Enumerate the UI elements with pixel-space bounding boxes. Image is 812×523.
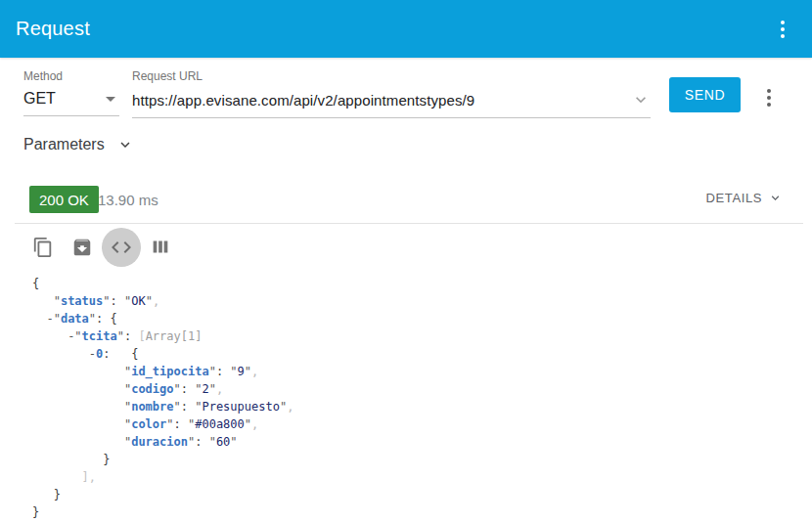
json-token: " — [54, 312, 61, 326]
method-select[interactable]: Method GET — [23, 69, 119, 116]
json-line: "status": "OK", — [32, 292, 804, 310]
json-token: } — [32, 505, 39, 519]
json-token: " — [89, 312, 96, 326]
json-token: { — [111, 312, 117, 326]
json-token — [32, 488, 54, 501]
json-token — [32, 400, 124, 414]
json-token: #00a800 — [195, 417, 245, 431]
response-json: { "status": "OK", -"data": { -"tcita": [… — [32, 275, 804, 523]
json-line: "color": "#00a800", — [32, 415, 804, 433]
page-title: Request — [16, 18, 90, 40]
details-chevron-down-icon — [768, 191, 783, 205]
json-token: { — [131, 347, 138, 361]
json-line: ], — [32, 468, 804, 486]
response-toolbar — [31, 228, 172, 267]
json-token: : — [181, 382, 195, 396]
json-token: } — [103, 453, 110, 466]
json-token: { — [32, 277, 39, 290]
json-line: "duracion": "60" — [32, 433, 804, 451]
section-divider — [15, 223, 803, 224]
json-token — [32, 453, 103, 466]
dropdown-arrow-icon — [106, 97, 115, 102]
json-token — [32, 365, 124, 378]
json-token: " — [245, 417, 251, 431]
json-line: -"tcita": [Array[1] — [32, 327, 804, 345]
json-token: data — [61, 312, 89, 326]
json-token — [32, 470, 82, 484]
json-token: " — [174, 382, 181, 396]
json-token — [32, 417, 124, 431]
collapse-toggle[interactable]: - — [89, 347, 96, 361]
url-chevron-down-icon[interactable] — [631, 90, 651, 109]
json-token: OK — [131, 294, 145, 308]
json-line: "id_tipocita": "9", — [32, 363, 804, 380]
json-token: 2 — [202, 382, 208, 396]
method-value: GET — [23, 90, 56, 108]
json-token: " — [166, 417, 173, 431]
header-bar: Request — [0, 0, 812, 58]
json-line: } — [32, 451, 804, 468]
column-view-icon[interactable] — [149, 236, 172, 259]
json-token: " — [230, 435, 237, 449]
json-line: } — [32, 486, 804, 503]
code-view-icon[interactable] — [102, 228, 141, 267]
json-token — [32, 347, 89, 361]
json-token: " — [209, 435, 216, 449]
json-token — [111, 347, 132, 361]
request-panel: Request Method GET Request URL https://a… — [0, 0, 812, 523]
json-token: " — [117, 329, 124, 343]
request-url-value[interactable]: https://app.evisane.com/api/v2/appointme… — [132, 92, 631, 109]
json-token — [32, 329, 68, 343]
json-token: duracion — [131, 435, 188, 449]
json-token: : — [216, 365, 230, 378]
json-token: , — [287, 400, 293, 414]
json-token: " — [174, 400, 181, 414]
json-token: " — [209, 382, 216, 396]
status-badge: 200 OK — [29, 186, 99, 213]
parameters-expander[interactable]: Parameters — [23, 136, 134, 153]
json-line: { — [32, 275, 804, 292]
json-token: " — [54, 294, 61, 308]
json-token: : — [96, 312, 110, 326]
json-token — [32, 435, 124, 449]
json-token — [32, 294, 54, 308]
request-url-field[interactable]: Request URL https://app.evisane.com/api/… — [132, 69, 651, 118]
json-token: nombre — [131, 400, 173, 414]
response-time: 13.90 ms — [98, 192, 158, 208]
parameters-chevron-down-icon — [116, 136, 134, 153]
json-token — [32, 382, 124, 396]
json-line: "nombre": "Presupuesto", — [32, 398, 804, 415]
json-token: 9 — [238, 365, 245, 378]
request-more-options-icon[interactable] — [763, 85, 775, 110]
json-token: ], — [82, 470, 96, 484]
parameters-label: Parameters — [23, 136, 105, 153]
json-line: -"data": { — [32, 310, 804, 327]
json-token: " — [245, 365, 251, 378]
json-line: } — [32, 503, 804, 521]
json-token: Array[1] — [146, 329, 203, 343]
request-url-label: Request URL — [132, 69, 651, 83]
json-token: } — [54, 488, 61, 501]
json-token: : — [103, 347, 110, 361]
json-token: [ — [138, 329, 145, 343]
details-label: DETAILS — [706, 191, 762, 205]
json-token: : — [174, 417, 188, 431]
send-button[interactable]: SEND — [669, 77, 741, 112]
json-token: id_tipocita — [131, 365, 208, 378]
collapse-toggle[interactable]: - — [46, 312, 53, 326]
copy-icon[interactable] — [31, 236, 55, 259]
json-token: : — [124, 329, 138, 343]
json-token: , — [153, 294, 159, 308]
method-label: Method — [23, 69, 119, 83]
json-token: : — [111, 294, 124, 308]
json-token: " — [230, 365, 237, 378]
save-archive-icon[interactable] — [70, 236, 94, 259]
json-token: , — [251, 365, 258, 378]
details-toggle[interactable]: DETAILS — [706, 191, 783, 205]
json-line: "codigo": "2", — [32, 380, 804, 398]
json-token: " — [74, 329, 81, 343]
json-token: status — [61, 294, 103, 308]
json-token: " — [209, 365, 216, 378]
header-more-options-icon[interactable] — [777, 17, 789, 42]
json-line: -0: { — [32, 345, 804, 363]
